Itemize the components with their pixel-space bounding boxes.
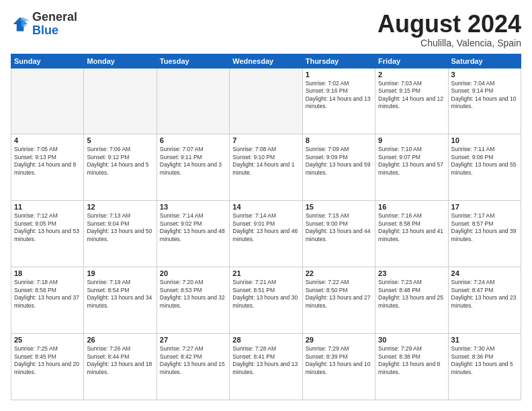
calendar-cell-5-4: 28Sunrise: 7:28 AMSunset: 8:41 PMDayligh… bbox=[230, 334, 302, 400]
day-info: Sunrise: 7:29 AMSunset: 8:39 PMDaylight:… bbox=[306, 345, 372, 376]
day-number: 10 bbox=[451, 136, 518, 144]
day-info: Sunrise: 7:23 AMSunset: 8:48 PMDaylight:… bbox=[378, 279, 445, 310]
day-number: 23 bbox=[378, 269, 445, 277]
calendar-cell-1-1 bbox=[11, 68, 84, 134]
day-number: 31 bbox=[451, 336, 518, 344]
day-number: 15 bbox=[306, 203, 372, 211]
calendar-cell-4-7: 24Sunrise: 7:24 AMSunset: 8:47 PMDayligh… bbox=[448, 267, 521, 334]
calendar-cell-2-1: 4Sunrise: 7:05 AMSunset: 9:13 PMDaylight… bbox=[11, 134, 84, 201]
day-number: 3 bbox=[451, 71, 518, 79]
col-monday: Monday bbox=[84, 54, 157, 68]
col-sunday: Sunday bbox=[11, 54, 84, 68]
day-number: 5 bbox=[87, 136, 153, 144]
calendar-cell-3-3: 13Sunrise: 7:14 AMSunset: 9:02 PMDayligh… bbox=[157, 201, 229, 267]
day-number: 1 bbox=[306, 71, 372, 79]
week-row-5: 25Sunrise: 7:25 AMSunset: 8:45 PMDayligh… bbox=[11, 334, 521, 400]
calendar-cell-3-4: 14Sunrise: 7:14 AMSunset: 9:01 PMDayligh… bbox=[230, 201, 302, 267]
day-info: Sunrise: 7:24 AMSunset: 8:47 PMDaylight:… bbox=[451, 279, 518, 310]
day-number: 28 bbox=[232, 336, 299, 344]
day-number: 14 bbox=[232, 203, 299, 211]
col-saturday: Saturday bbox=[448, 54, 521, 68]
day-info: Sunrise: 7:18 AMSunset: 8:56 PMDaylight:… bbox=[14, 279, 81, 310]
day-info: Sunrise: 7:14 AMSunset: 9:01 PMDaylight:… bbox=[232, 212, 299, 243]
day-info: Sunrise: 7:16 AMSunset: 8:58 PMDaylight:… bbox=[378, 212, 445, 243]
day-number: 8 bbox=[306, 136, 372, 144]
day-number: 18 bbox=[14, 269, 81, 277]
day-info: Sunrise: 7:09 AMSunset: 9:09 PMDaylight:… bbox=[306, 146, 372, 177]
day-number: 4 bbox=[14, 136, 81, 144]
calendar-cell-3-2: 12Sunrise: 7:13 AMSunset: 9:04 PMDayligh… bbox=[84, 201, 157, 267]
calendar-cell-2-3: 6Sunrise: 7:07 AMSunset: 9:11 PMDaylight… bbox=[157, 134, 229, 201]
day-info: Sunrise: 7:07 AMSunset: 9:11 PMDaylight:… bbox=[160, 146, 226, 177]
calendar-cell-1-4 bbox=[230, 68, 302, 134]
day-info: Sunrise: 7:30 AMSunset: 8:36 PMDaylight:… bbox=[451, 345, 518, 376]
day-number: 19 bbox=[87, 269, 153, 277]
day-number: 2 bbox=[378, 71, 445, 79]
day-number: 20 bbox=[160, 269, 226, 277]
day-number: 29 bbox=[306, 336, 372, 344]
calendar-cell-3-7: 17Sunrise: 7:17 AMSunset: 8:57 PMDayligh… bbox=[448, 201, 521, 267]
day-number: 24 bbox=[451, 269, 518, 277]
logo-text: General Blue bbox=[32, 11, 77, 38]
day-info: Sunrise: 7:20 AMSunset: 8:53 PMDaylight:… bbox=[160, 279, 226, 310]
week-row-1: 1Sunrise: 7:02 AMSunset: 9:16 PMDaylight… bbox=[11, 68, 521, 134]
day-number: 17 bbox=[451, 203, 518, 211]
day-info: Sunrise: 7:08 AMSunset: 9:10 PMDaylight:… bbox=[232, 146, 299, 177]
calendar-body: 1Sunrise: 7:02 AMSunset: 9:16 PMDaylight… bbox=[11, 68, 521, 400]
calendar-cell-1-7: 3Sunrise: 7:04 AMSunset: 9:14 PMDaylight… bbox=[448, 68, 521, 134]
calendar-cell-2-7: 10Sunrise: 7:11 AMSunset: 9:06 PMDayligh… bbox=[448, 134, 521, 201]
day-info: Sunrise: 7:04 AMSunset: 9:14 PMDaylight:… bbox=[451, 80, 518, 111]
calendar-cell-5-7: 31Sunrise: 7:30 AMSunset: 8:36 PMDayligh… bbox=[448, 334, 521, 400]
day-number: 25 bbox=[14, 336, 81, 344]
calendar-cell-5-6: 30Sunrise: 7:29 AMSunset: 8:38 PMDayligh… bbox=[375, 334, 448, 400]
day-number: 9 bbox=[378, 136, 445, 144]
calendar-cell-4-6: 23Sunrise: 7:23 AMSunset: 8:48 PMDayligh… bbox=[375, 267, 448, 334]
week-row-2: 4Sunrise: 7:05 AMSunset: 9:13 PMDaylight… bbox=[11, 134, 521, 201]
day-number: 12 bbox=[87, 203, 153, 211]
calendar-cell-4-5: 22Sunrise: 7:22 AMSunset: 8:50 PMDayligh… bbox=[302, 267, 375, 334]
weekday-row: Sunday Monday Tuesday Wednesday Thursday… bbox=[11, 54, 521, 68]
calendar-cell-4-4: 21Sunrise: 7:21 AMSunset: 8:51 PMDayligh… bbox=[230, 267, 302, 334]
day-number: 7 bbox=[232, 136, 299, 144]
month-year: August 2024 bbox=[378, 11, 521, 38]
col-thursday: Thursday bbox=[302, 54, 375, 68]
day-info: Sunrise: 7:27 AMSunset: 8:42 PMDaylight:… bbox=[160, 345, 226, 376]
calendar-cell-2-6: 9Sunrise: 7:10 AMSunset: 9:07 PMDaylight… bbox=[375, 134, 448, 201]
day-info: Sunrise: 7:03 AMSunset: 9:15 PMDaylight:… bbox=[378, 80, 445, 111]
day-number: 6 bbox=[160, 136, 226, 144]
day-number: 26 bbox=[87, 336, 153, 344]
calendar-cell-2-2: 5Sunrise: 7:06 AMSunset: 9:12 PMDaylight… bbox=[84, 134, 157, 201]
calendar-cell-1-2 bbox=[84, 68, 157, 134]
calendar-cell-5-3: 27Sunrise: 7:27 AMSunset: 8:42 PMDayligh… bbox=[157, 334, 229, 400]
calendar-cell-3-6: 16Sunrise: 7:16 AMSunset: 8:58 PMDayligh… bbox=[375, 201, 448, 267]
logo: General Blue bbox=[11, 11, 77, 38]
day-info: Sunrise: 7:12 AMSunset: 9:05 PMDaylight:… bbox=[14, 212, 81, 243]
day-info: Sunrise: 7:14 AMSunset: 9:02 PMDaylight:… bbox=[160, 212, 226, 243]
day-info: Sunrise: 7:26 AMSunset: 8:44 PMDaylight:… bbox=[87, 345, 153, 376]
calendar-cell-4-2: 19Sunrise: 7:19 AMSunset: 8:54 PMDayligh… bbox=[84, 267, 157, 334]
calendar-cell-1-5: 1Sunrise: 7:02 AMSunset: 9:16 PMDaylight… bbox=[302, 68, 375, 134]
day-info: Sunrise: 7:10 AMSunset: 9:07 PMDaylight:… bbox=[378, 146, 445, 177]
calendar-header: Sunday Monday Tuesday Wednesday Thursday… bbox=[11, 54, 521, 68]
calendar-cell-1-3 bbox=[157, 68, 229, 134]
calendar-cell-2-4: 7Sunrise: 7:08 AMSunset: 9:10 PMDaylight… bbox=[230, 134, 302, 201]
day-info: Sunrise: 7:05 AMSunset: 9:13 PMDaylight:… bbox=[14, 146, 81, 177]
day-info: Sunrise: 7:29 AMSunset: 8:38 PMDaylight:… bbox=[378, 345, 445, 376]
col-wednesday: Wednesday bbox=[230, 54, 302, 68]
week-row-4: 18Sunrise: 7:18 AMSunset: 8:56 PMDayligh… bbox=[11, 267, 521, 334]
day-number: 22 bbox=[306, 269, 372, 277]
day-info: Sunrise: 7:28 AMSunset: 8:41 PMDaylight:… bbox=[232, 345, 299, 376]
day-number: 11 bbox=[14, 203, 81, 211]
col-tuesday: Tuesday bbox=[157, 54, 229, 68]
calendar-cell-4-3: 20Sunrise: 7:20 AMSunset: 8:53 PMDayligh… bbox=[157, 267, 229, 334]
day-info: Sunrise: 7:11 AMSunset: 9:06 PMDaylight:… bbox=[451, 146, 518, 177]
logo-blue: Blue bbox=[32, 24, 77, 38]
day-number: 13 bbox=[160, 203, 226, 211]
day-info: Sunrise: 7:19 AMSunset: 8:54 PMDaylight:… bbox=[87, 279, 153, 310]
calendar-cell-1-6: 2Sunrise: 7:03 AMSunset: 9:15 PMDaylight… bbox=[375, 68, 448, 134]
day-info: Sunrise: 7:22 AMSunset: 8:50 PMDaylight:… bbox=[306, 279, 372, 310]
day-number: 16 bbox=[378, 203, 445, 211]
calendar: Sunday Monday Tuesday Wednesday Thursday… bbox=[11, 54, 521, 400]
day-number: 30 bbox=[378, 336, 445, 344]
logo-icon bbox=[11, 15, 30, 34]
